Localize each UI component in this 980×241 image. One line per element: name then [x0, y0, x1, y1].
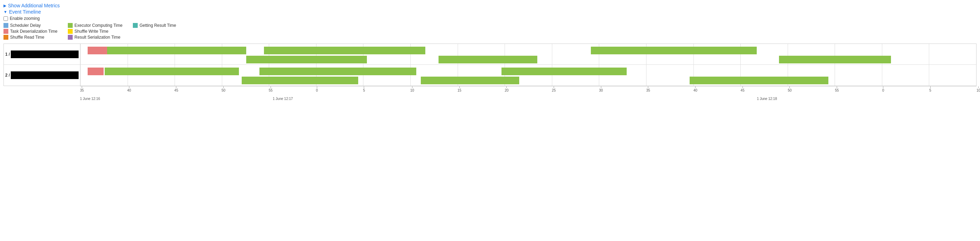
- axis-tick: 15: [457, 86, 461, 92]
- axis-tick-line: [648, 86, 648, 88]
- timeline-bar: [591, 47, 757, 54]
- axis-tick: 50: [221, 86, 225, 92]
- axis-tick-label: 5: [929, 88, 931, 92]
- grid-line: [80, 44, 81, 64]
- timeline-bar: [421, 77, 519, 84]
- axis-tick: 45: [174, 86, 178, 92]
- axis-tick-label: 40: [127, 88, 131, 92]
- axis-tick-label: 10: [977, 88, 980, 92]
- grid-line: [929, 65, 929, 86]
- axis-tick-label: 50: [788, 88, 792, 92]
- axis-tick: 50: [788, 86, 792, 92]
- axis-tick: 0: [316, 86, 318, 92]
- axis-tick-label: 45: [741, 88, 745, 92]
- axis-tick-line: [554, 86, 554, 88]
- axis-tick: 40: [694, 86, 697, 92]
- show-additional-metrics-arrow: ▶: [3, 3, 6, 8]
- axis-tick-line: [317, 86, 317, 88]
- row-label: 2 /: [4, 65, 80, 86]
- grid-line: [80, 65, 81, 86]
- legend-swatch: [133, 23, 138, 28]
- timeline-bar: [779, 56, 891, 63]
- axis-tick-line: [930, 86, 931, 88]
- row-label-black-bar: [11, 72, 79, 79]
- legend-item: Result Serialization Time: [68, 35, 123, 40]
- axis-tick: 45: [741, 86, 745, 92]
- timeline-bar: [439, 56, 537, 63]
- axis-tick-label: 40: [694, 88, 697, 92]
- axis-time-label: 1 June 12:16: [80, 97, 100, 101]
- axis-tick: 40: [127, 86, 131, 92]
- axis-tick-label: 30: [599, 88, 603, 92]
- legend-item: Scheduler Delay: [3, 23, 57, 28]
- axis-tick: 5: [363, 86, 365, 92]
- timeline-bar: [107, 47, 246, 54]
- axis-tick-label: 10: [410, 88, 414, 92]
- axis-time-label: 1 June 12:18: [757, 97, 777, 101]
- legend-swatch: [68, 29, 73, 34]
- legend-swatch: [68, 23, 73, 28]
- axis-tick: 30: [599, 86, 603, 92]
- axis-tick-label: 0: [882, 88, 885, 92]
- bars-container: [80, 44, 976, 64]
- row-label-text: 1 /: [5, 52, 10, 57]
- axis-tick: 55: [269, 86, 273, 92]
- axis-tick: 25: [552, 86, 556, 92]
- event-timeline-label: Event Timeline: [9, 9, 41, 14]
- legend-text: Getting Result Time: [140, 23, 176, 28]
- legend-swatch: [3, 23, 8, 28]
- chart-rows-area: 1 /2 /: [3, 43, 977, 86]
- legend-text: Scheduler Delay: [10, 23, 41, 28]
- task-row: 1 /: [4, 44, 976, 65]
- timeline-bar: [88, 67, 103, 75]
- axis-tick-line: [601, 86, 601, 88]
- axis-tick-line: [789, 86, 790, 88]
- axis-tick-label: 45: [174, 88, 178, 92]
- enable-zoom-checkbox[interactable]: [3, 16, 8, 21]
- chart-wrapper: 1 /2 / 354045505505101520253035404550550…: [3, 43, 977, 101]
- legend-swatch: [3, 29, 8, 34]
- axis-tick-label: 55: [835, 88, 839, 92]
- axis-tick-label: 5: [363, 88, 365, 92]
- legend-column: Scheduler DelayTask Deserialization Time…: [3, 23, 57, 41]
- axis-tick-label: 50: [221, 88, 225, 92]
- axis-tick: 55: [835, 86, 839, 92]
- legend-column: Executor Computing TimeShuffle Write Tim…: [68, 23, 123, 41]
- axis-tick-line: [223, 86, 224, 88]
- axis-tick-line: [364, 86, 364, 88]
- axis-time-label: 1 June 12:17: [273, 97, 293, 101]
- row-label: 1 /: [4, 44, 80, 64]
- event-timeline-toggle[interactable]: ▼ Event Timeline: [3, 9, 977, 14]
- axis-tick: 0: [882, 86, 885, 92]
- task-row: 2 /: [4, 65, 976, 86]
- grid-line: [929, 44, 929, 64]
- axis-tick: 10: [410, 86, 414, 92]
- axis-tick-line: [837, 86, 837, 88]
- legend-column: Getting Result Time: [133, 23, 176, 41]
- timeline-bar: [264, 47, 425, 54]
- legend-text: Executor Computing Time: [75, 23, 123, 28]
- axis-tick-label: 35: [646, 88, 650, 92]
- axis-tick-label: 35: [80, 88, 84, 92]
- axis-tick: 35: [80, 86, 84, 92]
- show-additional-metrics-toggle[interactable]: ▶ Show Additional Metrics: [3, 3, 977, 8]
- grid-line: [882, 65, 882, 86]
- timeline-bar: [242, 77, 358, 84]
- axis-tick: 35: [646, 86, 650, 92]
- show-additional-metrics-label: Show Additional Metrics: [8, 3, 60, 8]
- enable-zoom-row: Enable zooming: [3, 16, 977, 21]
- timeline-bar: [105, 67, 239, 75]
- axis-tick-line: [129, 86, 129, 88]
- axis-tick-line: [270, 86, 271, 88]
- timeline-bar: [246, 56, 367, 63]
- event-timeline-arrow: ▼: [3, 10, 7, 14]
- axis-tick-label: 25: [552, 88, 556, 92]
- axis-tick: 20: [504, 86, 508, 92]
- axis-tick-label: 15: [457, 88, 461, 92]
- axis-tick-label: 0: [316, 88, 318, 92]
- legend-text: Shuffle Write Time: [75, 29, 108, 34]
- axis-tick-line: [883, 86, 883, 88]
- timeline-bar: [690, 77, 828, 84]
- bars-container: [80, 65, 976, 86]
- legend-item: Task Deserialization Time: [3, 29, 57, 34]
